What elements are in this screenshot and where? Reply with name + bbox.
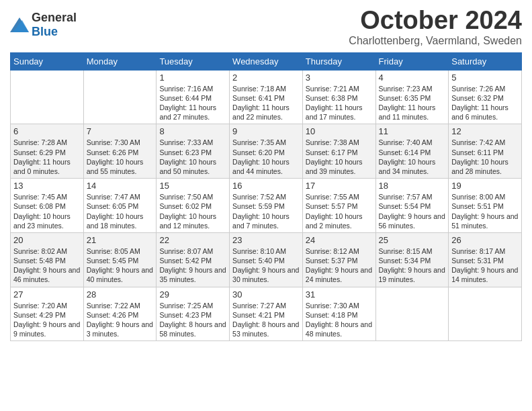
- day-info: Sunrise: 7:25 AM Sunset: 4:23 PM Dayligh…: [159, 301, 226, 339]
- calendar-cell: 4Sunrise: 7:23 AM Sunset: 6:35 PM Daylig…: [375, 70, 449, 124]
- day-info: Sunrise: 8:10 AM Sunset: 5:40 PM Dayligh…: [232, 246, 300, 285]
- calendar-cell: 12Sunrise: 7:42 AM Sunset: 6:11 PM Dayli…: [449, 124, 522, 179]
- day-info: Sunrise: 7:57 AM Sunset: 5:54 PM Dayligh…: [379, 192, 446, 230]
- calendar-week-row: 1Sunrise: 7:16 AM Sunset: 6:44 PM Daylig…: [11, 70, 522, 124]
- title-area: October 2024 Charlottenberg, Vaermland, …: [349, 7, 522, 47]
- day-info: Sunrise: 7:26 AM Sunset: 6:32 PM Dayligh…: [451, 84, 519, 122]
- day-info: Sunrise: 7:28 AM Sunset: 6:29 PM Dayligh…: [13, 138, 81, 176]
- day-number: 14: [87, 181, 154, 191]
- weekday-header-cell: Friday: [375, 52, 449, 70]
- weekday-header-cell: Monday: [83, 52, 157, 70]
- calendar-cell: 26Sunrise: 8:17 AM Sunset: 5:31 PM Dayli…: [449, 232, 522, 287]
- calendar-cell: 2Sunrise: 7:18 AM Sunset: 6:41 PM Daylig…: [230, 70, 303, 124]
- day-number: 8: [159, 126, 226, 136]
- day-info: Sunrise: 7:30 AM Sunset: 6:26 PM Dayligh…: [87, 138, 154, 176]
- day-number: 26: [451, 235, 519, 245]
- day-info: Sunrise: 8:17 AM Sunset: 5:31 PM Dayligh…: [451, 246, 519, 285]
- calendar-cell: 7Sunrise: 7:30 AM Sunset: 6:26 PM Daylig…: [83, 124, 157, 179]
- day-number: 7: [87, 126, 154, 136]
- calendar-cell: [83, 70, 157, 124]
- month-title: October 2024: [349, 7, 522, 35]
- day-info: Sunrise: 7:40 AM Sunset: 6:14 PM Dayligh…: [379, 138, 446, 176]
- day-number: 9: [232, 126, 300, 136]
- logo-blue: Blue: [32, 25, 58, 38]
- day-number: 23: [232, 235, 300, 245]
- day-number: 17: [306, 181, 373, 191]
- calendar-cell: 22Sunrise: 8:07 AM Sunset: 5:42 PM Dayli…: [157, 232, 230, 287]
- day-number: 20: [13, 235, 81, 245]
- day-number: 13: [13, 181, 81, 191]
- calendar-cell: [449, 287, 522, 341]
- day-info: Sunrise: 8:12 AM Sunset: 5:37 PM Dayligh…: [306, 246, 373, 285]
- day-number: 29: [159, 289, 226, 300]
- day-number: 16: [232, 181, 300, 191]
- day-info: Sunrise: 7:16 AM Sunset: 6:44 PM Dayligh…: [159, 84, 226, 122]
- day-number: 2: [232, 73, 300, 83]
- calendar-week-row: 20Sunrise: 8:02 AM Sunset: 5:48 PM Dayli…: [11, 232, 522, 287]
- calendar-cell: 6Sunrise: 7:28 AM Sunset: 6:29 PM Daylig…: [11, 124, 84, 179]
- logo-icon: [10, 17, 29, 32]
- calendar-cell: [375, 287, 449, 341]
- day-info: Sunrise: 7:38 AM Sunset: 6:17 PM Dayligh…: [306, 138, 373, 176]
- calendar-cell: 11Sunrise: 7:40 AM Sunset: 6:14 PM Dayli…: [375, 124, 449, 179]
- calendar-cell: 13Sunrise: 7:45 AM Sunset: 6:08 PM Dayli…: [11, 179, 84, 233]
- day-number: 5: [451, 73, 519, 83]
- weekday-header-cell: Saturday: [449, 52, 522, 70]
- day-info: Sunrise: 7:42 AM Sunset: 6:11 PM Dayligh…: [451, 138, 519, 176]
- calendar-cell: 17Sunrise: 7:55 AM Sunset: 5:57 PM Dayli…: [302, 179, 375, 233]
- day-number: 6: [13, 126, 81, 136]
- day-number: 3: [306, 73, 373, 83]
- page-header: General Blue October 2024 Charlottenberg…: [10, 7, 522, 47]
- calendar-cell: 15Sunrise: 7:50 AM Sunset: 6:02 PM Dayli…: [157, 179, 230, 233]
- day-number: 15: [159, 181, 226, 191]
- day-info: Sunrise: 7:45 AM Sunset: 6:08 PM Dayligh…: [13, 192, 81, 230]
- calendar-cell: 9Sunrise: 7:35 AM Sunset: 6:20 PM Daylig…: [230, 124, 303, 179]
- day-number: 27: [13, 289, 81, 300]
- weekday-header-cell: Tuesday: [157, 52, 230, 70]
- calendar-cell: 30Sunrise: 7:27 AM Sunset: 4:21 PM Dayli…: [230, 287, 303, 341]
- calendar-cell: 29Sunrise: 7:25 AM Sunset: 4:23 PM Dayli…: [157, 287, 230, 341]
- day-info: Sunrise: 7:52 AM Sunset: 5:59 PM Dayligh…: [232, 192, 300, 230]
- day-info: Sunrise: 7:18 AM Sunset: 6:41 PM Dayligh…: [232, 84, 300, 122]
- day-info: Sunrise: 7:30 AM Sunset: 4:18 PM Dayligh…: [306, 301, 373, 339]
- calendar-cell: 8Sunrise: 7:33 AM Sunset: 6:23 PM Daylig…: [157, 124, 230, 179]
- calendar-cell: 18Sunrise: 7:57 AM Sunset: 5:54 PM Dayli…: [375, 179, 449, 233]
- calendar-cell: 21Sunrise: 8:05 AM Sunset: 5:45 PM Dayli…: [83, 232, 157, 287]
- calendar-cell: 19Sunrise: 8:00 AM Sunset: 5:51 PM Dayli…: [449, 179, 522, 233]
- calendar-cell: 27Sunrise: 7:20 AM Sunset: 4:29 PM Dayli…: [11, 287, 84, 341]
- day-info: Sunrise: 8:02 AM Sunset: 5:48 PM Dayligh…: [13, 246, 81, 285]
- calendar-cell: 24Sunrise: 8:12 AM Sunset: 5:37 PM Dayli…: [302, 232, 375, 287]
- day-info: Sunrise: 8:05 AM Sunset: 5:45 PM Dayligh…: [87, 246, 154, 285]
- day-info: Sunrise: 7:22 AM Sunset: 4:26 PM Dayligh…: [87, 301, 154, 339]
- calendar-cell: 28Sunrise: 7:22 AM Sunset: 4:26 PM Dayli…: [83, 287, 157, 341]
- day-number: 30: [232, 289, 300, 300]
- day-number: 18: [379, 181, 446, 191]
- day-number: 24: [306, 235, 373, 245]
- day-info: Sunrise: 7:50 AM Sunset: 6:02 PM Dayligh…: [159, 192, 226, 230]
- day-number: 28: [87, 289, 154, 300]
- logo-general: General: [32, 11, 77, 24]
- calendar-body: 1Sunrise: 7:16 AM Sunset: 6:44 PM Daylig…: [11, 70, 522, 340]
- calendar-cell: 20Sunrise: 8:02 AM Sunset: 5:48 PM Dayli…: [11, 232, 84, 287]
- day-number: 4: [379, 73, 446, 83]
- day-number: 12: [451, 126, 519, 136]
- day-info: Sunrise: 7:27 AM Sunset: 4:21 PM Dayligh…: [232, 301, 300, 339]
- day-info: Sunrise: 7:20 AM Sunset: 4:29 PM Dayligh…: [13, 301, 81, 339]
- day-number: 1: [159, 73, 226, 83]
- calendar-cell: 23Sunrise: 8:10 AM Sunset: 5:40 PM Dayli…: [230, 232, 303, 287]
- weekday-header-cell: Sunday: [11, 52, 84, 70]
- day-number: 11: [379, 126, 446, 136]
- day-number: 19: [451, 181, 519, 191]
- day-info: Sunrise: 7:55 AM Sunset: 5:57 PM Dayligh…: [306, 192, 373, 230]
- day-number: 22: [159, 235, 226, 245]
- calendar-cell: 5Sunrise: 7:26 AM Sunset: 6:32 PM Daylig…: [449, 70, 522, 124]
- calendar-cell: 14Sunrise: 7:47 AM Sunset: 6:05 PM Dayli…: [83, 179, 157, 233]
- weekday-header-cell: Thursday: [302, 52, 375, 70]
- day-info: Sunrise: 7:23 AM Sunset: 6:35 PM Dayligh…: [379, 84, 446, 122]
- day-info: Sunrise: 7:35 AM Sunset: 6:20 PM Dayligh…: [232, 138, 300, 176]
- calendar-cell: [11, 70, 84, 124]
- day-number: 31: [306, 289, 373, 300]
- weekday-header-row: SundayMondayTuesdayWednesdayThursdayFrid…: [11, 52, 522, 70]
- day-number: 25: [379, 235, 446, 245]
- calendar-cell: 31Sunrise: 7:30 AM Sunset: 4:18 PM Dayli…: [302, 287, 375, 341]
